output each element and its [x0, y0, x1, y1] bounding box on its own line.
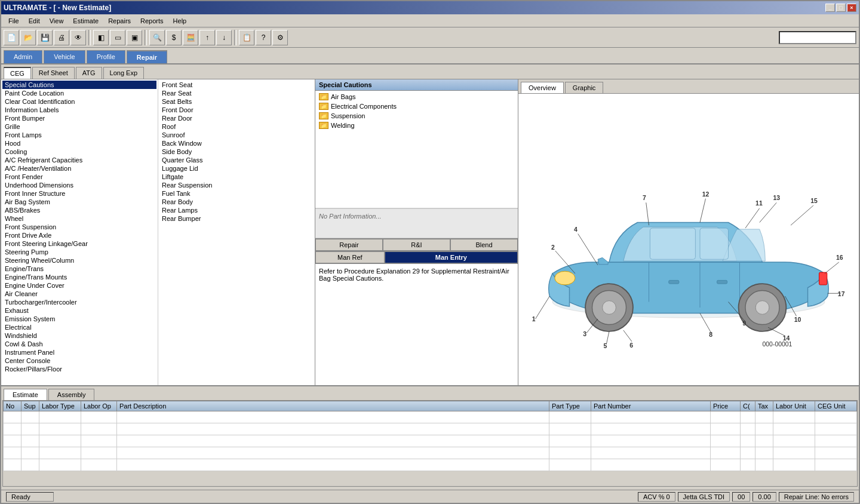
cat-special-cautions[interactable]: Special Cautions: [2, 81, 156, 89]
cat2-quarter-glass[interactable]: Quarter Glass: [159, 156, 314, 164]
search-input[interactable]: [779, 31, 856, 44]
tab-overview[interactable]: Overview: [521, 82, 564, 93]
money-button[interactable]: $: [166, 30, 182, 45]
cat-front-inner[interactable]: Front Inner Structure: [2, 189, 156, 198]
cat2-front-seat[interactable]: Front Seat: [159, 81, 314, 89]
subtab-longexp[interactable]: Long Exp: [103, 67, 144, 79]
cat-cowl[interactable]: Cowl & Dash: [2, 340, 156, 348]
tab-repair[interactable]: Repair: [127, 50, 167, 63]
cat-steering-pump[interactable]: Steering Pump: [2, 248, 156, 256]
cat-engine-mounts[interactable]: Engine/Trans Mounts: [2, 273, 156, 281]
repair-button[interactable]: Repair: [315, 239, 383, 251]
cat-underhood[interactable]: Underhood Dimensions: [2, 181, 156, 189]
caution-suspension[interactable]: 📁 Suspension: [317, 111, 517, 121]
help-button[interactable]: ?: [256, 30, 271, 45]
cat-airbag[interactable]: Air Bag System: [2, 198, 156, 206]
export-button[interactable]: ↑: [199, 30, 215, 45]
caution-airbags[interactable]: 📁 Air Bags: [317, 92, 517, 102]
cat2-luggage[interactable]: Luggage Lid: [159, 164, 314, 173]
subtab-refsheet[interactable]: Ref Sheet: [32, 67, 75, 79]
cat-ac-refrigerant[interactable]: A/C Refrigerant Capacities: [2, 156, 156, 164]
estimate-table-container[interactable]: No Sup Labor Type Labor Op Part Descript…: [2, 400, 858, 487]
cat-paint-code[interactable]: Paint Code Location: [2, 89, 156, 97]
cat-cooling[interactable]: Cooling: [2, 147, 156, 156]
preview-button[interactable]: 👁: [70, 30, 86, 45]
caution-welding[interactable]: 📁 Welding: [317, 121, 517, 130]
cat2-rear-lamps[interactable]: Rear Lamps: [159, 206, 314, 214]
tab-estimate[interactable]: Estimate: [4, 389, 47, 400]
cat2-rear-suspension[interactable]: Rear Suspension: [159, 181, 314, 189]
settings-button[interactable]: ⚙: [272, 30, 288, 45]
tb-btn1[interactable]: ◧: [93, 30, 109, 45]
cat-turbo[interactable]: Turbocharger/Intercooler: [2, 298, 156, 306]
cat2-roof[interactable]: Roof: [159, 122, 314, 131]
man-ref-button[interactable]: Man Ref: [315, 251, 385, 263]
cat2-rear-body[interactable]: Rear Body: [159, 198, 314, 206]
cat-emission[interactable]: Emission System: [2, 315, 156, 323]
cat2-front-door[interactable]: Front Door: [159, 106, 314, 114]
cat2-fuel-tank[interactable]: Fuel Tank: [159, 189, 314, 198]
cat-engine[interactable]: Engine/Trans: [2, 265, 156, 273]
cat-steering-linkage[interactable]: Front Steering Linkage/Gear: [2, 239, 156, 248]
caution-electrical[interactable]: 📁 Electrical Components: [317, 102, 517, 111]
cat-front-lamps[interactable]: Front Lamps: [2, 131, 156, 139]
cat2-back-window[interactable]: Back Window: [159, 139, 314, 147]
print-button[interactable]: 🖨: [54, 30, 69, 45]
copy-button[interactable]: 📋: [239, 30, 254, 45]
cat-front-drive[interactable]: Front Drive Axle: [2, 231, 156, 239]
new-button[interactable]: 📄: [4, 30, 19, 45]
menu-file[interactable]: File: [4, 16, 24, 26]
menu-estimate[interactable]: Estimate: [68, 16, 103, 26]
cat2-rear-seat[interactable]: Rear Seat: [159, 89, 314, 97]
menu-reports[interactable]: Reports: [136, 16, 168, 26]
cat-front-fender[interactable]: Front Fender: [2, 173, 156, 181]
tab-vehicle[interactable]: Vehicle: [44, 50, 85, 63]
cat-abs[interactable]: ABS/Brakes: [2, 206, 156, 214]
save-button[interactable]: 💾: [37, 30, 53, 45]
cat-clearcoat[interactable]: Clear Coat Identification: [2, 97, 156, 106]
cat-center-console[interactable]: Center Console: [2, 357, 156, 365]
cat-instrument[interactable]: Instrument Panel: [2, 348, 156, 357]
menu-edit[interactable]: Edit: [24, 16, 45, 26]
cat-electrical[interactable]: Electrical: [2, 323, 156, 331]
tb-btn2[interactable]: ▭: [110, 30, 125, 45]
open-button[interactable]: 📂: [20, 30, 36, 45]
close-button[interactable]: ×: [847, 4, 856, 12]
cat-grille[interactable]: Grille: [2, 122, 156, 131]
tab-graphic[interactable]: Graphic: [565, 82, 604, 93]
cat-steering-column[interactable]: Steering Wheel/Column: [2, 256, 156, 265]
menu-help[interactable]: Help: [168, 16, 192, 26]
tab-assembly[interactable]: Assembly: [48, 389, 95, 400]
maximize-button[interactable]: □: [836, 4, 846, 12]
cat2-seat-belts[interactable]: Seat Belts: [159, 97, 314, 106]
calc-button[interactable]: 🧮: [183, 30, 198, 45]
cat-rocker[interactable]: Rocker/Pillars/Floor: [2, 365, 156, 373]
tab-admin[interactable]: Admin: [4, 50, 42, 63]
cat-front-suspension[interactable]: Front Suspension: [2, 223, 156, 231]
blend-button[interactable]: Blend: [450, 239, 518, 251]
cat2-rear-bumper[interactable]: Rear Bumper: [159, 214, 314, 223]
import-button[interactable]: ↓: [216, 30, 232, 45]
menu-repairs[interactable]: Repairs: [103, 16, 136, 26]
cat2-sunroof[interactable]: Sunroof: [159, 131, 314, 139]
cat-wheel[interactable]: Wheel: [2, 214, 156, 223]
subtab-ceg[interactable]: CEG: [4, 67, 31, 79]
subtab-atg[interactable]: ATG: [76, 67, 102, 79]
cat-ac-heater[interactable]: A/C /Heater/Ventilation: [2, 164, 156, 173]
tab-profile[interactable]: Profile: [87, 50, 125, 63]
minimize-button[interactable]: _: [825, 4, 835, 12]
tb-btn3[interactable]: ▣: [127, 30, 142, 45]
rni-button[interactable]: R&I: [383, 239, 450, 251]
cat-front-bumper[interactable]: Front Bumper: [2, 114, 156, 122]
cat2-liftgate[interactable]: Liftgate: [159, 173, 314, 181]
cat-windshield[interactable]: Windshield: [2, 331, 156, 340]
zoom-button[interactable]: 🔍: [149, 30, 165, 45]
cat-engine-cover[interactable]: Engine Under Cover: [2, 281, 156, 290]
cat-exhaust[interactable]: Exhaust: [2, 306, 156, 315]
cat-info-labels[interactable]: Information Labels: [2, 106, 156, 114]
cat-hood[interactable]: Hood: [2, 139, 156, 147]
man-entry-button[interactable]: Man Entry: [385, 251, 518, 263]
cat2-side-body[interactable]: Side Body: [159, 147, 314, 156]
cat-air-cleaner[interactable]: Air Cleaner: [2, 290, 156, 298]
cat2-rear-door[interactable]: Rear Door: [159, 114, 314, 122]
